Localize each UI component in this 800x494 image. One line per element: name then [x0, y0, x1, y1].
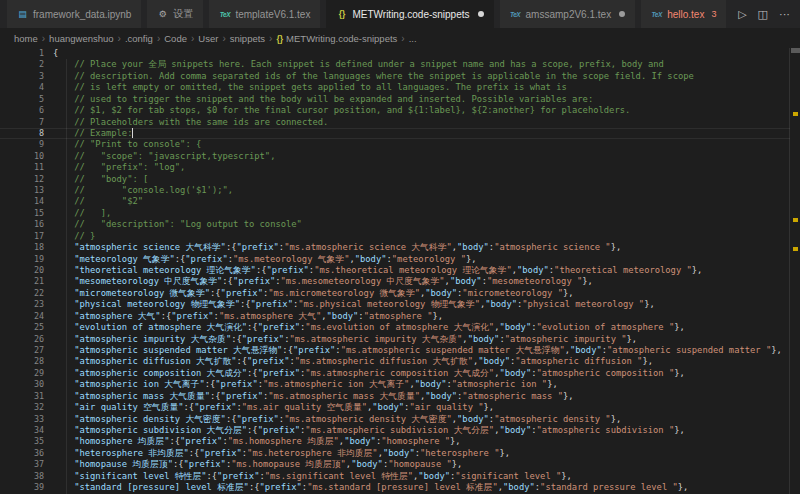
line-number: 31	[0, 391, 44, 402]
line-content[interactable]: "atmospheric diffusion 大气扩散":{"prefix":"…	[44, 356, 790, 367]
code-token: "atmospheric subdivision 大气分层"	[53, 425, 247, 435]
code-token: "atmospheric impurity 大气杂质"	[53, 334, 231, 344]
code-line: 26 "atmospheric impurity 大气杂质":{"prefix"…	[0, 334, 790, 345]
more-actions-button[interactable]: ···	[779, 9, 790, 20]
code-line: 8 // Example:	[0, 128, 790, 139]
line-content[interactable]: "homosphere 均质层":{"prefix":"ms.homospher…	[44, 436, 790, 447]
line-content[interactable]: "atmospheric impurity 大气杂质":{"prefix":"m…	[44, 334, 790, 345]
code-line: 12 // "body": [	[0, 174, 790, 185]
tab-template-tex[interactable]: TeXtemplateV6.1.tex	[209, 0, 320, 28]
line-number: 24	[0, 311, 44, 322]
line-content[interactable]: // "$2"	[44, 196, 790, 207]
line-content[interactable]: "atmospheric subdivision 大气分层":{"prefix"…	[44, 425, 790, 436]
breadcrumb-item[interactable]: home	[14, 33, 38, 44]
breadcrumb-item[interactable]: huangwenshuo	[49, 33, 113, 44]
code-token: "ms.mesometeorology 中尺度气象学"	[281, 276, 445, 286]
line-content[interactable]: // "console.log('$1');",	[44, 185, 790, 196]
line-content[interactable]: "heterosphere 非均质层":{"prefix":"ms.hetero…	[44, 448, 790, 459]
code-token: "physical meteorology 物理气象学"	[53, 299, 240, 309]
code-token: "ms.heterosphere 非均质层"	[247, 448, 378, 458]
code-token: },	[452, 459, 463, 469]
line-content[interactable]: // "description": "Log output to console…	[44, 219, 790, 230]
line-content[interactable]: "atmospheric mass 大气质量":{"prefix":"ms.at…	[44, 391, 790, 402]
code-token: "prefix"	[215, 379, 257, 389]
line-content[interactable]: "evolution of atmosphere 大气演化":{"prefix"…	[44, 322, 790, 333]
line-content[interactable]: // "Print to console": {	[44, 139, 790, 150]
line-content[interactable]: // "scope": "javascript,typescript",	[44, 151, 790, 162]
comment-text: // Place your 全局 snippets here. Each sni…	[53, 59, 664, 69]
line-content[interactable]: "atmosphere 大气":{"prefix":"ms.atmosphere…	[44, 311, 790, 322]
line-content[interactable]: // "prefix": "log",	[44, 162, 790, 173]
line-content[interactable]: "atmospheric composition 大气成分":{"prefix"…	[44, 368, 790, 379]
code-token: "atmospheric density "	[494, 414, 611, 424]
line-content[interactable]: "mesometeorology 中尺度气象学":{"prefix":"ms.m…	[44, 276, 790, 287]
line-content[interactable]: "atmospheric suspended matter 大气悬浮物":{"p…	[44, 345, 790, 356]
tab-framework-data[interactable]: ▤framework_data.ipynb	[7, 0, 141, 28]
line-content[interactable]: // Placeholders with the same ids are co…	[44, 117, 790, 128]
line-number: 21	[0, 276, 44, 287]
code-token: "ms.physical meteorology 物理气象学"	[298, 299, 480, 309]
run-button[interactable]: ▷	[738, 9, 746, 20]
line-content[interactable]: "atmospheric science 大气科学":{"prefix":"ms…	[44, 242, 790, 253]
line-number: 25	[0, 322, 44, 333]
code-token: "body"	[355, 254, 387, 264]
line-content[interactable]: "atmospheric density 大气密度":{"prefix":"ms…	[44, 414, 790, 425]
line-content[interactable]: // Place your 全局 snippets here. Each sni…	[44, 59, 790, 70]
line-content[interactable]: // ],	[44, 208, 790, 219]
breadcrumb-item[interactable]: {}METWriting.code-snippets	[276, 33, 397, 44]
code-line: 20 "theoretical meteorology 理论气象学":{"pre…	[0, 265, 790, 276]
line-content[interactable]: // Example:	[44, 128, 790, 139]
tab-amssamp-tex[interactable]: TeXamssamp2V6.1.tex	[500, 0, 636, 28]
code-token: "atmospheric mass "	[462, 391, 563, 401]
code-token: :{	[184, 402, 195, 412]
line-content[interactable]: "micrometeorology 微气象学":{"prefix":"ms.mi…	[44, 288, 790, 299]
code-editor: 1{2 // Place your 全局 snippets here. Each…	[0, 48, 800, 494]
overview-ruler-scrollbar[interactable]	[789, 48, 800, 494]
scrollbar-thumb[interactable]	[791, 48, 800, 53]
code-token: "atmospheric diffusion 大气扩散"	[53, 356, 236, 366]
code-token: "ms.atmospheric subdivision 大气分层"	[305, 425, 494, 435]
code-token: "ms.atmospheric composition 大气成分"	[305, 368, 494, 378]
code-line: 31 "atmospheric mass 大气质量":{"prefix":"ms…	[0, 391, 790, 402]
code-token: "ms.atmospheric mass 大气质量"	[268, 391, 420, 401]
line-content[interactable]: "air quality 空气质量":{"prefix":"ms.air qua…	[44, 402, 790, 413]
line-content[interactable]: // "body": [	[44, 174, 790, 185]
line-content[interactable]: // description. Add comma separated ids …	[44, 71, 790, 82]
line-content[interactable]: {	[44, 48, 790, 59]
breadcrumb-item[interactable]: User	[198, 33, 218, 44]
line-content[interactable]: "physical meteorology 物理气象学":{"prefix":"…	[44, 299, 790, 310]
tab-hello-tex[interactable]: TeXhello.tex3	[641, 0, 726, 28]
line-content[interactable]: // }	[44, 231, 790, 242]
code-token: "atmosphere 大气"	[53, 311, 161, 321]
code-token: "ms.theoretical meteorology 理论气象学"	[314, 265, 512, 275]
code-token: },	[499, 448, 510, 458]
line-number: 19	[0, 254, 44, 265]
code-token: "body"	[415, 379, 447, 389]
breadcrumb-item[interactable]: ...	[409, 33, 417, 44]
code-token: "atmospheric subdivision "	[537, 425, 675, 435]
breadcrumb-item-label: User	[198, 33, 218, 44]
line-number: 6	[0, 105, 44, 116]
breadcrumb-item[interactable]: snippets	[230, 33, 265, 44]
line-content[interactable]: "standard [pressure] level 标准层":{"prefix…	[44, 482, 790, 493]
breadcrumb-item[interactable]: Code	[164, 33, 187, 44]
tab-metwriting-snippets[interactable]: {}METWriting.code-snippets	[326, 0, 493, 28]
tab-settings[interactable]: ⚙设置	[147, 0, 203, 28]
code-line: 29 "atmospheric composition 大气成分":{"pref…	[0, 368, 790, 379]
tab-label: framework_data.ipynb	[33, 9, 131, 20]
split-editor-button[interactable]: ◫	[758, 9, 768, 20]
line-content[interactable]: "significant level 特性层":{"prefix":"ms.si…	[44, 471, 790, 482]
line-content[interactable]: // used to trigger the snippet and the b…	[44, 94, 790, 105]
comment-text: // "prefix": "log",	[53, 162, 185, 172]
code-token: },	[692, 265, 703, 275]
line-content[interactable]: "homopause 均质层顶":{"prefix":"ms.homopause…	[44, 459, 790, 470]
line-content[interactable]: // is left empty or omitted, the snippet…	[44, 82, 790, 93]
line-number: 30	[0, 379, 44, 390]
line-content[interactable]: "atmospheric ion 大气离子":{"prefix":"ms.atm…	[44, 379, 790, 390]
line-content[interactable]: "meteorology 气象学":{"prefix":"ms.meteorol…	[44, 254, 790, 265]
line-content[interactable]: "theoretical meteorology 理论气象学":{"prefix…	[44, 265, 790, 276]
line-content[interactable]: // $1, $2 for tab stops, $0 for the fina…	[44, 105, 790, 116]
breadcrumb-item[interactable]: .config	[125, 33, 153, 44]
code-token: },	[642, 356, 653, 366]
code-line: 19 "meteorology 气象学":{"prefix":"ms.meteo…	[0, 254, 790, 265]
